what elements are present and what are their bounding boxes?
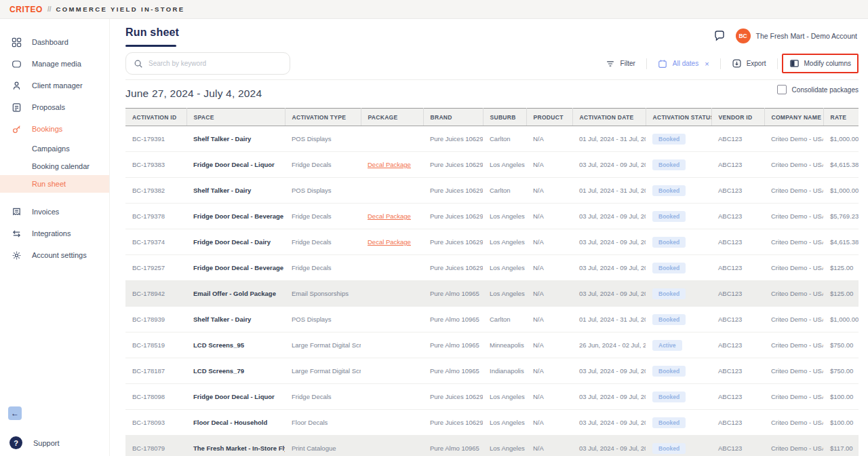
cell-activation-date: 03 Jul, 2024 - 09 Jul, 2024 bbox=[572, 436, 646, 456]
cell-activation-status: Booked bbox=[646, 152, 711, 178]
cell-suburb: Los Angeles bbox=[483, 281, 526, 307]
cell-space: Shelf Talker - Dairy bbox=[186, 126, 285, 152]
export-button[interactable]: Export bbox=[725, 54, 773, 73]
cell-activation-status: Booked bbox=[646, 410, 711, 436]
cell-company-name: Criteo Demo - USA bbox=[764, 152, 823, 178]
table-header-row: ACTIVATION ID SPACE ACTIVATION TYPE PACK… bbox=[125, 109, 859, 126]
support-label: Support bbox=[33, 439, 60, 447]
cell-package: Decal Package bbox=[361, 229, 423, 255]
cell-rate: $4,615.38 bbox=[823, 152, 859, 178]
date-range-heading: June 27, 2024 - July 4, 2024 bbox=[125, 88, 262, 100]
table-row[interactable]: BC-179382 Shelf Talker - Dairy POS Displ… bbox=[125, 178, 859, 204]
search-input[interactable] bbox=[149, 60, 271, 67]
cell-company-name: Criteo Demo - USA bbox=[764, 281, 823, 307]
sidebar-item-account-settings[interactable]: Account settings bbox=[0, 244, 109, 266]
col-brand: BRAND bbox=[423, 109, 483, 126]
sidebar-item-label: Invoices bbox=[32, 208, 59, 216]
cell-activation-id: BC-179378 bbox=[125, 204, 186, 229]
modify-columns-button[interactable]: Modify columns bbox=[782, 54, 859, 73]
cell-company-name: Criteo Demo - USA bbox=[764, 410, 823, 436]
cell-activation-date: 03 Jul, 2024 - 09 Jul, 2024 bbox=[572, 204, 646, 229]
cell-activation-id: BC-178939 bbox=[125, 307, 186, 332]
cell-activation-type: Fridge Decals bbox=[285, 384, 361, 410]
consolidate-packages-checkbox[interactable] bbox=[777, 85, 787, 94]
cell-space: LCD Screens_95 bbox=[186, 332, 285, 358]
col-product: PRODUCT bbox=[526, 109, 572, 126]
status-badge: Booked bbox=[652, 366, 686, 377]
cell-company-name: Criteo Demo - USA bbox=[764, 178, 823, 204]
table-row[interactable]: BC-179257 Fridge Door Decal - Beverage F… bbox=[125, 255, 859, 281]
sidebar-item-bookings[interactable]: Bookings bbox=[0, 118, 109, 140]
download-icon bbox=[732, 58, 742, 69]
cell-package: Decal Package bbox=[361, 152, 423, 178]
table-row[interactable]: BC-178939 Shelf Talker - Dairy POS Displ… bbox=[125, 307, 859, 332]
cell-activation-status: Booked bbox=[646, 126, 711, 152]
col-activation-date: ACTIVATION DATE bbox=[572, 109, 646, 126]
cell-rate: $100.00 bbox=[823, 410, 859, 436]
account-menu[interactable]: BC The Fresh Mart - Demo Account bbox=[736, 28, 857, 43]
sidebar-item-integrations[interactable]: Integrations bbox=[0, 223, 109, 244]
sidebar-item-label: Dashboard bbox=[32, 38, 68, 46]
sidebar-subitem-booking-calendar[interactable]: Booking calendar bbox=[0, 157, 109, 175]
status-badge: Booked bbox=[652, 417, 686, 428]
collapse-sidebar-button[interactable]: ← bbox=[8, 406, 22, 420]
table-row[interactable]: BC-178098 Fridge Door Decal - Liquor Fri… bbox=[125, 384, 859, 410]
section-divider bbox=[125, 79, 859, 80]
cell-package bbox=[361, 255, 423, 281]
cell-rate: $750.00 bbox=[823, 358, 859, 384]
package-link[interactable]: Decal Package bbox=[368, 238, 411, 246]
dates-filter-chip[interactable]: All dates × bbox=[651, 54, 716, 73]
cell-product: N/A bbox=[526, 384, 572, 410]
sidebar-item-client-manager[interactable]: Client manager bbox=[0, 75, 109, 96]
cell-space: Floor Decal - Household bbox=[186, 410, 285, 436]
cell-vendor-id: ABC123 bbox=[711, 384, 764, 410]
table-row[interactable]: BC-178093 Floor Decal - Household Floor … bbox=[125, 410, 859, 436]
cell-activation-id: BC-178942 bbox=[125, 281, 186, 307]
cell-suburb: Los Angeles bbox=[483, 436, 526, 456]
consolidate-packages-toggle[interactable]: Consolidate packages bbox=[777, 85, 859, 94]
table-row[interactable]: BC-178942 Email Offer - Gold Package Ema… bbox=[125, 281, 859, 307]
cell-rate: $125.00 bbox=[823, 281, 859, 307]
media-icon bbox=[11, 58, 22, 69]
cell-brand: Pure Almo 10965 bbox=[423, 281, 483, 307]
table-row[interactable]: BC-178187 LCD Screens_79 Large Format Di… bbox=[125, 358, 859, 384]
cell-rate: $5,769.23 bbox=[823, 204, 859, 229]
cell-vendor-id: ABC123 bbox=[711, 229, 764, 255]
table-row[interactable]: BC-179383 Fridge Door Decal - Liquor Fri… bbox=[125, 152, 859, 178]
package-link[interactable]: Decal Package bbox=[368, 212, 411, 220]
sidebar-item-manage-media[interactable]: Manage media bbox=[0, 53, 109, 75]
sidebar-item-invoices[interactable]: Invoices bbox=[0, 201, 109, 223]
sidebar-subitem-run-sheet[interactable]: Run sheet bbox=[0, 175, 109, 193]
cell-package bbox=[361, 178, 423, 204]
cell-vendor-id: ABC123 bbox=[711, 307, 764, 332]
cell-activation-date: 01 Jul, 2024 - 31 Jul, 2024 bbox=[572, 307, 646, 332]
sidebar-item-dashboard[interactable]: Dashboard bbox=[0, 31, 109, 53]
sidebar-item-label: Bookings bbox=[32, 125, 62, 133]
cell-activation-date: 01 Jul, 2024 - 31 Jul, 2024 bbox=[572, 126, 646, 152]
search-icon bbox=[133, 58, 143, 69]
clear-dates-icon[interactable]: × bbox=[705, 60, 709, 68]
cell-rate: $1,000.00 bbox=[823, 307, 859, 332]
sidebar-subitem-label: Booking calendar bbox=[32, 162, 90, 170]
table-row[interactable]: BC-178079 The Fresh Market - In-Store Fl… bbox=[125, 436, 859, 456]
cell-activation-date: 03 Jul, 2024 - 09 Jul, 2024 bbox=[572, 410, 646, 436]
cell-package bbox=[361, 436, 423, 456]
sidebar-item-proposals[interactable]: Proposals bbox=[0, 96, 109, 118]
table-row[interactable]: BC-179374 Fridge Door Decal - Dairy Frid… bbox=[125, 229, 859, 255]
filter-button[interactable]: Filter bbox=[599, 54, 642, 73]
table-row[interactable]: BC-179391 Shelf Talker - Dairy POS Displ… bbox=[125, 126, 859, 152]
consolidate-packages-label: Consolidate packages bbox=[792, 86, 859, 94]
table-row[interactable]: BC-179378 Fridge Door Decal - Beverage F… bbox=[125, 204, 859, 229]
toolbar-separator bbox=[646, 58, 647, 69]
sidebar-subitem-campaigns[interactable]: Campaigns bbox=[0, 140, 109, 157]
table-row[interactable]: BC-178519 LCD Screens_95 Large Format Di… bbox=[125, 332, 859, 358]
chat-bubble-icon[interactable] bbox=[713, 29, 726, 43]
criteo-logo[interactable]: CRITEO bbox=[9, 5, 43, 14]
cell-package bbox=[361, 281, 423, 307]
search-box bbox=[125, 52, 290, 75]
support-button[interactable]: ? Support bbox=[0, 436, 109, 449]
package-link[interactable]: Decal Package bbox=[368, 161, 411, 168]
col-package: PACKAGE bbox=[361, 109, 423, 126]
col-space: SPACE bbox=[186, 109, 285, 126]
gear-icon bbox=[11, 250, 22, 261]
